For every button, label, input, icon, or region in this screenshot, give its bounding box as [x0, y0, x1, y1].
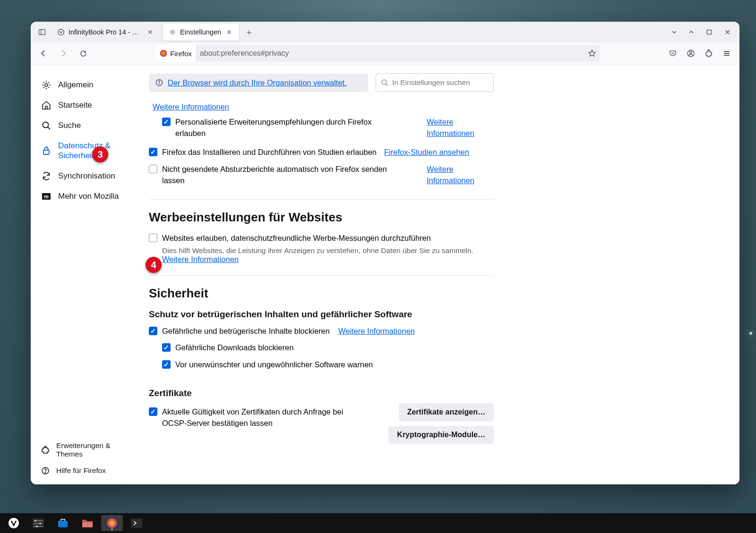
category-more-mozilla[interactable]: m Mehr von Mozilla: [31, 186, 144, 206]
svg-point-18: [45, 446, 46, 448]
firefox-window: InfinityBook Pro 14 - Gen9 ✕ Einstellung…: [31, 22, 739, 484]
svg-rect-0: [39, 30, 45, 35]
account-button[interactable]: [683, 45, 699, 61]
footer-label: Erweiterungen & Themes: [56, 441, 137, 458]
more-info-link[interactable]: Weitere Informationen: [153, 102, 229, 111]
address-bar[interactable]: Firefox: [156, 45, 600, 62]
svg-point-24: [382, 80, 387, 85]
sync-icon: [41, 171, 52, 181]
taskbar: [0, 513, 756, 533]
gear-icon: [169, 28, 176, 36]
taskbar-files[interactable]: [77, 515, 98, 531]
close-window-button[interactable]: ✕: [720, 25, 735, 40]
back-button[interactable]: [35, 45, 52, 61]
svg-rect-4: [707, 30, 712, 34]
identity-box[interactable]: Firefox: [156, 45, 197, 62]
category-label: Allgemein: [58, 80, 94, 90]
tab-label: Einstellungen: [180, 28, 221, 36]
lock-icon: [41, 145, 52, 156]
ad-measurement-label: Websites erlauben, datenschutzfreundlich…: [162, 233, 431, 244]
tab-settings[interactable]: Einstellungen ✕: [163, 24, 239, 41]
maximize-button[interactable]: [702, 25, 717, 40]
block-downloads-checkbox[interactable]: [162, 343, 171, 352]
preferences-sidebar: Allgemein Startseite Suche Datenschutz &…: [31, 65, 144, 484]
settings-search[interactable]: [376, 73, 494, 92]
svg-rect-35: [82, 522, 93, 527]
studies-checkbox[interactable]: [149, 148, 157, 156]
forward-button[interactable]: [55, 45, 71, 61]
gear-icon: [41, 80, 52, 90]
svg-point-2: [58, 29, 64, 35]
recommend-extensions-checkbox[interactable]: [162, 118, 171, 126]
info-icon: [155, 79, 163, 86]
reload-button[interactable]: [75, 45, 91, 61]
org-managed-banner: Der Browser wird durch Ihre Organisation…: [149, 74, 368, 92]
svg-rect-34: [58, 521, 68, 527]
svg-point-23: [159, 81, 160, 82]
tab-bar: InfinityBook Pro 14 - Gen9 ✕ Einstellung…: [31, 22, 739, 42]
ocsp-checkbox[interactable]: [149, 407, 157, 416]
ad-measurement-more-link[interactable]: Weitere Informationen: [162, 255, 239, 263]
tuxedo-icon: [57, 28, 65, 36]
minimize-button[interactable]: [684, 25, 699, 40]
studies-label: Firefox das Installieren und Durchführen…: [162, 147, 377, 158]
warn-unwanted-checkbox[interactable]: [162, 360, 171, 369]
tab-label: InfinityBook Pro 14 - Gen9: [69, 28, 142, 36]
category-privacy[interactable]: Datenschutz & Sicherheit: [31, 136, 144, 166]
home-icon: [41, 100, 52, 110]
category-sync[interactable]: Synchronisation: [31, 166, 144, 186]
svg-text:m: m: [44, 194, 49, 199]
svg-point-5: [160, 50, 167, 57]
svg-point-20: [45, 472, 45, 473]
url-input[interactable]: [200, 49, 585, 58]
org-managed-link[interactable]: Der Browser wird durch Ihre Organisation…: [168, 78, 347, 87]
search-icon: [41, 120, 52, 131]
tab-close-button[interactable]: ✕: [225, 28, 233, 36]
sidebar-toggle-button[interactable]: [35, 25, 49, 39]
preferences-main: Der Browser wird durch Ihre Organisation…: [144, 65, 739, 484]
view-certificates-button[interactable]: Zertifikate anzeigen…: [399, 403, 494, 421]
annotation-badge-3: 3: [92, 146, 108, 162]
crash-reports-checkbox[interactable]: [149, 165, 157, 173]
settings-search-input[interactable]: [392, 78, 489, 87]
block-downloads-label: Gefährliche Downloads blockieren: [175, 342, 293, 354]
tab-infinitybook[interactable]: InfinityBook Pro 14 - Gen9 ✕: [52, 24, 160, 41]
list-all-tabs-button[interactable]: [668, 25, 681, 39]
search-icon: [381, 79, 388, 86]
svg-point-36: [107, 518, 117, 528]
crypto-modules-button[interactable]: Kryptographie-Module…: [388, 426, 494, 444]
taskbar-firefox[interactable]: [101, 515, 123, 531]
pocket-button[interactable]: [665, 45, 681, 61]
puzzle-icon: [41, 446, 50, 454]
help-link[interactable]: Hilfe für Firefox: [31, 463, 144, 479]
help-icon: [41, 466, 50, 475]
category-search[interactable]: Suche: [31, 116, 144, 135]
tab-close-button[interactable]: ✕: [146, 28, 155, 36]
annotation-badge-4: 4: [146, 257, 162, 273]
taskbar-app-menu[interactable]: [3, 515, 25, 531]
taskbar-store[interactable]: [52, 515, 74, 531]
extensions-themes-link[interactable]: Erweiterungen & Themes: [31, 438, 144, 462]
bookmark-star-icon[interactable]: [588, 49, 596, 58]
recommend-extensions-label: Personalisierte Erweiterungsempfehlungen…: [175, 117, 378, 139]
taskbar-terminal[interactable]: [126, 515, 147, 531]
app-menu-button[interactable]: [719, 45, 735, 61]
extensions-button[interactable]: [701, 45, 717, 61]
category-label: Mehr von Mozilla: [58, 191, 119, 201]
block-dangerous-checkbox[interactable]: [149, 327, 157, 335]
category-home[interactable]: Startseite: [31, 95, 144, 115]
svg-point-26: [9, 518, 19, 528]
studies-link[interactable]: Firefox-Studien ansehen: [384, 147, 469, 158]
new-tab-button[interactable]: ＋: [242, 25, 256, 39]
ad-prefs-heading: Werbeeinstellungen für Websites: [149, 210, 494, 225]
deceptive-content-subheading: Schutz vor betrügerischen Inhalten und g…: [149, 309, 494, 320]
category-label: Synchronisation: [58, 171, 115, 181]
svg-point-7: [690, 51, 692, 54]
recommend-extensions-more-link[interactable]: Weitere Informationen: [427, 117, 494, 139]
crash-reports-more-link[interactable]: Weitere Informationen: [427, 164, 494, 186]
taskbar-settings[interactable]: [27, 515, 49, 531]
category-general[interactable]: Allgemein: [31, 75, 144, 95]
ad-measurement-checkbox[interactable]: [149, 234, 157, 242]
block-dangerous-more-link[interactable]: Weitere Informationen: [338, 326, 415, 337]
security-heading: Sicherheit: [149, 286, 494, 301]
